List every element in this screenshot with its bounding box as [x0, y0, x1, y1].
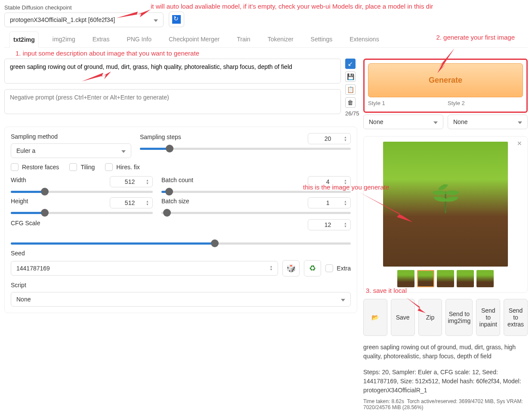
- batch-count-label: Batch count: [161, 177, 193, 183]
- cfg-label: CFG Scale: [11, 220, 40, 227]
- batch-count-slider[interactable]: [161, 191, 351, 193]
- tab-extras[interactable]: Extras: [89, 31, 113, 47]
- style2-label: Style 2: [448, 100, 523, 106]
- close-icon[interactable]: ✕: [517, 140, 522, 147]
- style2-dropdown[interactable]: None: [448, 115, 528, 129]
- script-label: Script: [11, 282, 351, 289]
- style1-label: Style 1: [368, 100, 443, 106]
- tiling-checkbox[interactable]: Tiling: [69, 163, 95, 171]
- send-to-extras-button[interactable]: Send to extras: [504, 299, 528, 336]
- tab-checkpoint-merger[interactable]: Checkpoint Merger: [165, 31, 223, 47]
- script-dropdown[interactable]: None: [11, 292, 351, 307]
- annotation-step3: 3. save it local: [366, 287, 407, 294]
- thumbnail[interactable]: [437, 270, 454, 287]
- cfg-slider[interactable]: [11, 242, 351, 245]
- batch-size-input[interactable]: 1▲▼: [308, 197, 351, 208]
- output-prompt-echo: green sapling rowing out of ground, mud,…: [363, 343, 528, 361]
- checkpoint-value: protogenX34OfficialR_1.ckpt [60fe2f34]: [10, 16, 115, 23]
- thumbnail[interactable]: [397, 270, 414, 287]
- tab-txt2img[interactable]: txt2img: [9, 31, 39, 48]
- open-folder-button[interactable]: 📂: [363, 299, 387, 336]
- annotation-top: it will auto load avaliable model, if it…: [151, 3, 433, 10]
- hires-fix-checkbox[interactable]: Hires. fix: [105, 163, 139, 171]
- checkpoint-label: Stable Diffusion checkpoint: [4, 4, 164, 11]
- refresh-checkpoint-button[interactable]: [169, 12, 184, 27]
- seed-label: Seed: [11, 250, 351, 257]
- recycle-icon[interactable]: ♻: [304, 260, 321, 276]
- save-preset-icon[interactable]: 💾: [345, 71, 356, 82]
- send-to-img2img-button[interactable]: Send to img2img: [445, 299, 473, 336]
- thumbnail[interactable]: [476, 270, 494, 287]
- send-to-inpaint-button[interactable]: Send to inpaint: [476, 299, 500, 336]
- dice-icon[interactable]: 🎲: [282, 260, 300, 276]
- zip-button[interactable]: Zip: [418, 299, 442, 336]
- seed-input[interactable]: 1441787169▲▼: [11, 261, 278, 276]
- sampling-method-label: Sampling method: [11, 133, 131, 140]
- thumbnail[interactable]: [457, 270, 474, 287]
- height-input[interactable]: 512▲▼: [110, 197, 153, 208]
- annotation-image: this is the image you generate: [303, 183, 389, 191]
- output-time: Time taken: 8.62s Torch active/reserved:…: [363, 398, 528, 410]
- tab-settings[interactable]: Settings: [307, 31, 336, 47]
- annotation-step2: 2. generate your first image: [436, 34, 515, 41]
- batch-size-slider[interactable]: [161, 212, 351, 214]
- refresh-icon: [172, 15, 181, 24]
- restore-faces-checkbox[interactable]: Restore faces: [11, 163, 59, 171]
- folder-icon: 📂: [371, 314, 379, 321]
- prompt-input[interactable]: [4, 59, 341, 84]
- output-image[interactable]: [383, 142, 508, 267]
- token-count: 26/75: [345, 110, 357, 117]
- cfg-input[interactable]: 12▲▼: [308, 219, 351, 230]
- annotation-step1: 1. input some description about image th…: [15, 50, 532, 57]
- width-label: Width: [11, 177, 26, 183]
- checkpoint-dropdown[interactable]: protogenX34OfficialR_1.ckpt [60fe2f34]: [4, 12, 164, 27]
- arrow-icon-button[interactable]: ↙: [345, 59, 356, 69]
- trash-icon[interactable]: 🗑: [345, 97, 356, 108]
- save-button[interactable]: Save: [391, 299, 415, 336]
- generate-button[interactable]: Generate: [368, 63, 523, 97]
- tab-extensions[interactable]: Extensions: [346, 31, 382, 47]
- sampling-steps-label: Sampling steps: [140, 133, 181, 140]
- chevron-down-icon: [518, 118, 522, 125]
- chevron-down-icon: [341, 296, 345, 303]
- style1-dropdown[interactable]: None: [363, 115, 443, 129]
- output-panel: ✕: [363, 136, 528, 293]
- clipboard-icon[interactable]: 📋: [345, 84, 356, 95]
- negative-prompt-input[interactable]: [4, 89, 341, 114]
- batch-size-label: Batch size: [161, 198, 189, 205]
- chevron-down-icon: [121, 147, 126, 154]
- chevron-down-icon: [433, 118, 438, 125]
- width-input[interactable]: 512▲▼: [110, 176, 153, 187]
- generation-settings: Sampling method Euler a Sampling steps 2…: [4, 127, 357, 313]
- thumbnail-strip: [369, 270, 522, 287]
- sampling-method-dropdown[interactable]: Euler a: [11, 143, 131, 158]
- chevron-down-icon: [154, 16, 158, 23]
- tab-pnginfo[interactable]: PNG Info: [123, 31, 155, 47]
- tab-tokenizer[interactable]: Tokenizer: [264, 31, 297, 47]
- tab-train[interactable]: Train: [233, 31, 254, 47]
- sampling-steps-slider[interactable]: [140, 148, 351, 150]
- height-slider[interactable]: [11, 212, 153, 214]
- extra-checkbox[interactable]: Extra: [325, 264, 351, 272]
- sampling-steps-input[interactable]: 20▲▼: [308, 133, 351, 144]
- width-slider[interactable]: [11, 191, 153, 193]
- height-label: Height: [11, 198, 28, 205]
- tab-img2img[interactable]: img2img: [49, 31, 79, 47]
- output-params: Steps: 20, Sampler: Euler a, CFG scale: …: [363, 368, 528, 395]
- thumbnail[interactable]: [417, 270, 434, 287]
